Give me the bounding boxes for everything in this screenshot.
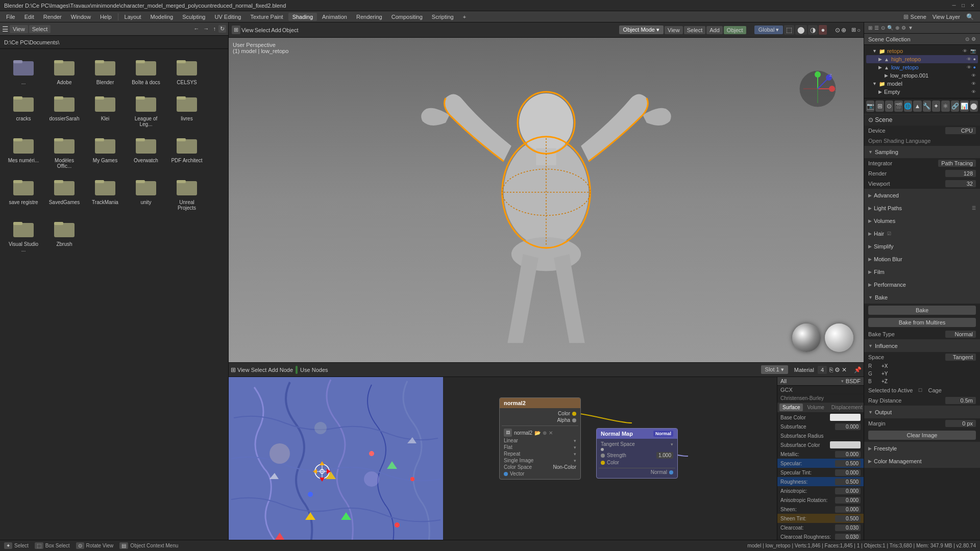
render-icon-output[interactable]: ⊞ bbox=[875, 101, 884, 112]
mat-all-dropdown[interactable]: ▾ bbox=[841, 379, 844, 384]
socket-alpha-out[interactable] bbox=[572, 418, 576, 422]
menu-file[interactable]: File bbox=[2, 13, 19, 21]
displacement-tab[interactable]: Displacement bbox=[828, 404, 864, 411]
tree-eye-highretopo[interactable]: 👁 bbox=[967, 57, 971, 62]
menu-layout[interactable]: Layout bbox=[120, 13, 145, 21]
menu-compositing[interactable]: Compositing bbox=[387, 13, 427, 21]
normal-map-node[interactable]: Normal Map Normal Tangent Space ▾ bbox=[596, 428, 678, 479]
mat-val-clearcoat-roughness[interactable]: 0.030 bbox=[835, 534, 861, 540]
mat-val-anisotropic-rotation[interactable]: 0.000 bbox=[835, 497, 861, 504]
space-value[interactable]: Tangent bbox=[945, 354, 976, 361]
tree-eye-lowretopo[interactable]: 👁 bbox=[967, 65, 971, 70]
mat-val-sheen-tint[interactable]: 0.500 bbox=[835, 515, 861, 522]
rp-icon3[interactable]: ⊙ bbox=[881, 25, 885, 31]
viewport-select-btn[interactable]: Select bbox=[255, 27, 271, 33]
file-item-adobe[interactable]: Adobe bbox=[45, 53, 84, 87]
object-btn-vp[interactable]: Object bbox=[724, 26, 746, 34]
mat-val-clearcoat[interactable]: 0.030 bbox=[835, 524, 861, 531]
filebrowser-parent-icon[interactable]: ↑ bbox=[212, 25, 218, 33]
mat-val-specular[interactable]: 0.500 bbox=[835, 460, 861, 467]
scene-filter-icon[interactable]: ⊙ bbox=[965, 36, 969, 42]
sb-boxselect-icon[interactable]: ⬚ bbox=[35, 542, 43, 549]
minimize-button[interactable]: ─ bbox=[950, 2, 958, 9]
render-icon-particle[interactable]: ✦ bbox=[932, 101, 940, 112]
filebrowser-reload-icon[interactable]: ↻ bbox=[218, 25, 226, 33]
nm-space-dropdown[interactable]: ▾ bbox=[671, 442, 673, 447]
menu-sculpting[interactable]: Sculpting bbox=[178, 13, 209, 21]
file-item-modeles[interactable]: Modèles Offic... bbox=[45, 131, 84, 171]
file-item-cracks[interactable]: cracks bbox=[4, 89, 43, 129]
ray-distance-value[interactable]: 0.5m bbox=[945, 397, 976, 404]
file-item-visualstudio[interactable]: Visual Studio ... bbox=[4, 215, 43, 255]
swizzle-g-value[interactable]: +Y bbox=[881, 371, 888, 377]
swizzle-b-value[interactable]: +Z bbox=[881, 379, 888, 384]
viewport-view-btn[interactable]: View bbox=[241, 27, 254, 33]
transform-snap-icon[interactable]: ⊞ bbox=[851, 27, 856, 33]
render-icon-world[interactable]: 🌐 bbox=[904, 101, 912, 112]
socket-strength-in[interactable] bbox=[601, 454, 605, 458]
tree-item-lowretopo001[interactable]: ▶ low_retopo.001 👁 bbox=[866, 71, 978, 80]
light-paths-list-icon[interactable]: ☰ bbox=[972, 206, 976, 211]
rp-icon2[interactable]: ☰ bbox=[874, 25, 879, 31]
rp-icon6[interactable]: ⚙ bbox=[901, 25, 906, 31]
file-item-unity[interactable]: unity bbox=[127, 173, 165, 213]
object-mode-dropdown[interactable]: Object Mode ▾ bbox=[619, 26, 664, 34]
shader-node-btn[interactable]: Node bbox=[280, 367, 293, 373]
interp-dropdown[interactable]: ▾ bbox=[574, 438, 576, 443]
file-item-dossiersarah[interactable]: dossierSarah bbox=[45, 89, 84, 129]
rendered-btn[interactable]: ● bbox=[819, 25, 827, 35]
viewport-3d[interactable]: User Perspective (1) model | low_retopo bbox=[229, 38, 864, 362]
shader-toggle-icon[interactable]: ⊞ bbox=[231, 366, 236, 373]
volumes-header[interactable]: ▶ Volumes bbox=[864, 215, 980, 227]
socket-color-out[interactable] bbox=[572, 412, 576, 416]
rp-icon5[interactable]: ⊕ bbox=[895, 25, 899, 31]
tree-item-highretopo[interactable]: ▶ ▲ high_retopo 👁 ● bbox=[866, 55, 978, 63]
mat-val-subsurface[interactable]: 0.000 bbox=[835, 423, 861, 430]
socket-vector-in[interactable] bbox=[504, 472, 508, 476]
file-item-klei[interactable]: Klei bbox=[86, 89, 125, 129]
render-icon-material[interactable]: ⬤ bbox=[970, 101, 978, 112]
solid-btn[interactable]: ⬤ bbox=[795, 25, 807, 35]
bake-header[interactable]: ▼ Bake bbox=[864, 291, 980, 304]
bake-from-multires-button[interactable]: Bake from Multires bbox=[868, 318, 976, 327]
proportional-edit-icon[interactable]: ○ bbox=[857, 27, 861, 33]
menu-texture-paint[interactable]: Texture Paint bbox=[246, 13, 287, 21]
filebrowser-toggle-icon[interactable]: ☰ bbox=[2, 25, 9, 33]
render-icon-constraint[interactable]: 🔗 bbox=[951, 101, 959, 112]
sb-rotate-icon[interactable]: ⊙ bbox=[76, 542, 84, 549]
freestyle-header[interactable]: ▶ Freestyle bbox=[864, 442, 980, 455]
file-item-saveregistre[interactable]: save registre bbox=[4, 173, 43, 213]
view-button[interactable]: View bbox=[10, 25, 28, 33]
add-btn-vp[interactable]: Add bbox=[706, 26, 723, 34]
file-item-blender[interactable]: Blender bbox=[86, 53, 125, 87]
shader-copy-icon[interactable]: ⎘ bbox=[829, 366, 833, 373]
render-samples-value[interactable]: 128 bbox=[945, 170, 976, 177]
filebrowser-forward-icon[interactable]: → bbox=[202, 25, 211, 33]
shader-add-btn[interactable]: Add bbox=[268, 367, 278, 373]
file-item-boite[interactable]: Boîte à docs bbox=[127, 53, 165, 87]
margin-value[interactable]: 0 px bbox=[945, 420, 976, 427]
filebrowser-back-icon[interactable]: ← bbox=[192, 25, 201, 33]
clear-image-button[interactable]: Clear Image bbox=[868, 431, 976, 440]
select-btn-vp[interactable]: Select bbox=[684, 26, 706, 34]
file-item-overwatch[interactable]: Overwatch bbox=[127, 131, 165, 171]
nm-strength-val[interactable]: 1.000 bbox=[656, 452, 673, 459]
global-dropdown[interactable]: Global ▾ bbox=[754, 26, 783, 34]
rp-icon1[interactable]: ⊞ bbox=[868, 25, 872, 31]
menu-scripting[interactable]: Scripting bbox=[428, 13, 458, 21]
mat-val-roughness[interactable]: 0.500 bbox=[835, 479, 861, 485]
scene-dropdown-icon[interactable]: ⊞ bbox=[903, 13, 909, 20]
node-img-btn1[interactable]: 📂 bbox=[534, 430, 541, 436]
render-icon-physics[interactable]: ⚛ bbox=[941, 101, 949, 112]
file-item-mesnumeri[interactable]: Mes numéri... bbox=[4, 131, 43, 171]
file-item-savedgames[interactable]: SavedGames bbox=[45, 173, 84, 213]
file-item-unrealprojects[interactable]: Unreal Projects bbox=[167, 173, 206, 213]
rp-icon7[interactable]: ▼ bbox=[908, 25, 913, 31]
render-icon-modifier[interactable]: 🔧 bbox=[923, 101, 931, 112]
mat-val-metallic[interactable]: 0.000 bbox=[835, 451, 861, 458]
shader-pin-icon[interactable]: 📌 bbox=[854, 366, 862, 373]
shader-view-btn[interactable]: View bbox=[237, 367, 250, 373]
hair-header[interactable]: ▶ Hair ☑ bbox=[864, 228, 980, 240]
shader-settings-icon[interactable]: ⚙ bbox=[835, 366, 840, 373]
light-paths-header[interactable]: ▶ Light Paths ☰ bbox=[864, 202, 980, 214]
